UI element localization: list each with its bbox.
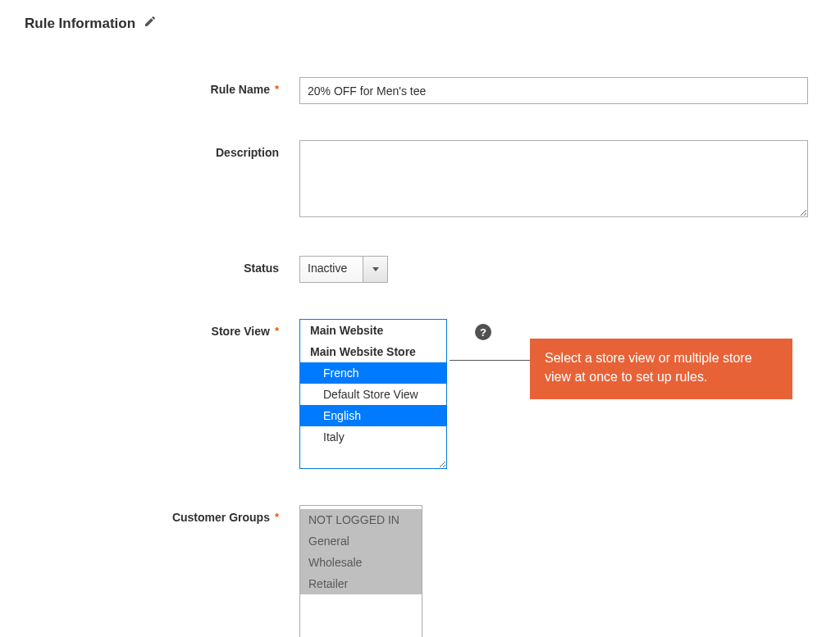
store-view-option[interactable]: Main Website bbox=[300, 320, 446, 341]
help-icon[interactable]: ? bbox=[475, 324, 491, 340]
customer-group-option[interactable]: Wholesale bbox=[300, 552, 422, 573]
customer-group-option[interactable]: NOT LOGGED IN bbox=[300, 509, 422, 530]
callout-text: Select a store view or multiple store vi… bbox=[545, 351, 752, 384]
store-view-multiselect[interactable]: Main WebsiteMain Website StoreFrenchDefa… bbox=[299, 319, 447, 469]
label-store-view: Store View bbox=[25, 319, 299, 338]
rule-name-input[interactable] bbox=[299, 77, 808, 104]
row-customer-groups: Customer Groups NOT LOGGED INGeneralWhol… bbox=[25, 505, 815, 637]
store-view-option[interactable]: Italy bbox=[300, 426, 446, 448]
label-rule-name: Rule Name bbox=[25, 77, 299, 96]
pencil-icon[interactable] bbox=[144, 15, 157, 32]
label-description: Description bbox=[25, 140, 299, 159]
label-status: Status bbox=[25, 256, 299, 275]
row-description: Description bbox=[25, 140, 815, 220]
status-select-value: Inactive bbox=[300, 257, 363, 282]
store-view-option[interactable]: French bbox=[300, 362, 446, 384]
store-view-option[interactable]: English bbox=[300, 405, 446, 426]
label-customer-groups: Customer Groups bbox=[25, 505, 299, 524]
callout-connector-line bbox=[450, 360, 530, 361]
description-textarea[interactable] bbox=[299, 140, 808, 217]
callout-box: Select a store view or multiple store vi… bbox=[530, 339, 792, 399]
chevron-down-icon bbox=[363, 257, 387, 282]
section-title: Rule Information bbox=[25, 15, 815, 32]
row-status: Status Inactive bbox=[25, 256, 815, 283]
customer-groups-multiselect[interactable]: NOT LOGGED INGeneralWholesaleRetailer bbox=[299, 505, 422, 637]
section-title-text: Rule Information bbox=[25, 16, 135, 32]
row-rule-name: Rule Name bbox=[25, 77, 815, 104]
customer-group-option[interactable]: Retailer bbox=[300, 573, 422, 594]
customer-group-option[interactable]: General bbox=[300, 530, 422, 552]
status-select[interactable]: Inactive bbox=[299, 256, 388, 283]
store-view-option[interactable]: Default Store View bbox=[300, 384, 446, 405]
store-view-option[interactable]: Main Website Store bbox=[300, 341, 446, 362]
